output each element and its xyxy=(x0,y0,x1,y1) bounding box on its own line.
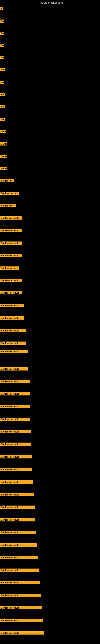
bar-label: Bottleneck result xyxy=(0,254,22,257)
bar-label: Bottleneck resu xyxy=(0,192,19,195)
bar-label: Bottleneck result xyxy=(0,430,31,433)
bar-row: Bottleneck result xyxy=(0,279,22,283)
bar-row: Bottleneck result xyxy=(0,367,28,371)
bar-label: Bottleneck result xyxy=(0,493,34,496)
bar-row: Bott xyxy=(0,105,5,109)
bar-label: Bottleneck result xyxy=(0,594,41,597)
bar-row: Bottleneck result xyxy=(0,350,28,354)
bar-row: Bottleneck result xyxy=(0,329,26,333)
bar-label: Bottle xyxy=(0,142,7,146)
bar-row: Bottleneck r xyxy=(0,204,16,208)
bar-row: Bottleneck result xyxy=(0,493,34,497)
site-title: TheBottlenecker.com xyxy=(0,0,100,5)
bar-row: Bottleneck result xyxy=(0,216,22,220)
bar-label: Bottleneck resu xyxy=(0,266,19,270)
bar-label: B xyxy=(0,7,3,10)
bar-row: Bottleneck result xyxy=(0,304,24,308)
bar-label: Bottleneck xyxy=(0,179,14,182)
bar-label: Bottleneck result xyxy=(0,556,38,559)
bar-row: Bottleneck result xyxy=(0,316,24,320)
bar-row: Bottleneck result xyxy=(0,480,33,484)
bar-label: Bot xyxy=(0,81,4,84)
bar-label: Bottl xyxy=(0,130,6,133)
bar-label: Bott xyxy=(0,105,5,108)
bar-label: Bo xyxy=(0,56,3,59)
bar-row: Bottleneck result xyxy=(0,581,40,585)
bar-label: Bottleneck result xyxy=(0,367,28,370)
bar-row: Bottleneck result xyxy=(0,380,30,384)
bar-label: Bottleneck result xyxy=(0,304,24,307)
bar-row: Bo xyxy=(0,56,3,60)
bar-label: Bottleneck result xyxy=(0,342,26,345)
bar-label: Bottleneck result xyxy=(0,531,36,534)
bar-label: Bottleneck result xyxy=(0,455,32,458)
bar-label: Bottleneck result xyxy=(0,631,44,634)
bar-row: Bottleneck result xyxy=(0,606,42,610)
bar-label: Bottleneck result xyxy=(0,405,30,408)
bar-row: Bottleneck result xyxy=(0,291,22,295)
bar-row: Bottleneck result xyxy=(0,455,32,459)
bar-label: Bott xyxy=(0,118,5,121)
bar-row: Bo xyxy=(0,32,3,36)
bar-row: Bottleneck result xyxy=(0,531,36,535)
bar-label: Bottleneck result xyxy=(0,518,35,522)
bar-row: Bottleneck result xyxy=(0,568,39,572)
bar-label: Bottle xyxy=(0,167,7,170)
bar-label: Bottle xyxy=(0,155,7,158)
bar-row: Bott xyxy=(0,118,5,122)
bar-row: Bottleneck result xyxy=(0,442,31,446)
bar-label: Bott xyxy=(0,93,5,96)
bar-row: Bottleneck result xyxy=(0,594,41,598)
bar-row: Bottleneck result xyxy=(0,518,35,522)
bar-label: Bottleneck result xyxy=(0,468,32,471)
bar-label: Bottleneck result xyxy=(0,350,28,353)
bar-label: Bottleneck result xyxy=(0,279,22,282)
bar-label: Bottleneck result xyxy=(0,380,30,383)
bar-row: Bo xyxy=(0,20,3,24)
bar-label: Bottleneck result xyxy=(0,392,30,396)
bar-row: Bottleneck result xyxy=(0,405,30,409)
bar-row: Bottleneck xyxy=(0,179,14,183)
bar-label: Bottleneck result xyxy=(0,619,43,622)
bar-row: Bott xyxy=(0,68,5,72)
bar-label: Bottleneck result xyxy=(0,480,33,484)
bar-row: Bottleneck resu xyxy=(0,192,19,196)
bar-row: Bottleneck result xyxy=(0,418,30,422)
bar-row: Bottleneck result xyxy=(0,468,32,472)
bar-row: Bottleneck result xyxy=(0,229,22,233)
bar-row: Bottleneck result xyxy=(0,619,43,623)
bar-row: Bottleneck result xyxy=(0,254,22,258)
bar-row: Bottleneck resu xyxy=(0,266,19,270)
bar-label: Bottleneck result xyxy=(0,418,30,421)
bar-label: Bottleneck r xyxy=(0,204,16,207)
bar-label: Bottleneck result xyxy=(0,506,35,509)
bar-label: Bottleneck result xyxy=(0,291,22,294)
bar-label: Bo xyxy=(0,20,3,23)
bar-label: Bottleneck result xyxy=(0,544,37,546)
bar-label: Bottleneck result xyxy=(0,568,39,572)
bar-row: Bottl xyxy=(0,130,6,134)
bar-label: Bot xyxy=(0,44,4,47)
bar-label: Bott xyxy=(0,68,5,71)
bar-row: Bot xyxy=(0,44,4,48)
bar-row: Bottleneck result xyxy=(0,556,38,560)
bar-label: Bo xyxy=(0,32,3,35)
bar-label: Bottleneck result xyxy=(0,606,42,610)
bar-label: Bottleneck result xyxy=(0,216,22,220)
bar-label: Bottleneck result xyxy=(0,229,22,232)
bar-row: Bottle xyxy=(0,167,7,171)
bar-row: Bottleneck result xyxy=(0,544,37,548)
bar-row: Bottleneck result xyxy=(0,242,22,246)
bar-row: Bott xyxy=(0,93,5,97)
bar-row: Bottle xyxy=(0,155,7,159)
bar-label: Bottleneck result xyxy=(0,242,22,245)
bar-row: Bottle xyxy=(0,142,7,146)
bar-row: Bottleneck result xyxy=(0,631,44,635)
bar-label: Bottleneck result xyxy=(0,316,24,320)
bar-row: Bot xyxy=(0,81,4,85)
bar-row: Bottleneck result xyxy=(0,392,30,396)
bar-row: Bottleneck result xyxy=(0,342,26,346)
bar-row: Bottleneck result xyxy=(0,506,35,510)
bar-row: Bottleneck result xyxy=(0,430,31,434)
bar-row: B xyxy=(0,7,3,11)
